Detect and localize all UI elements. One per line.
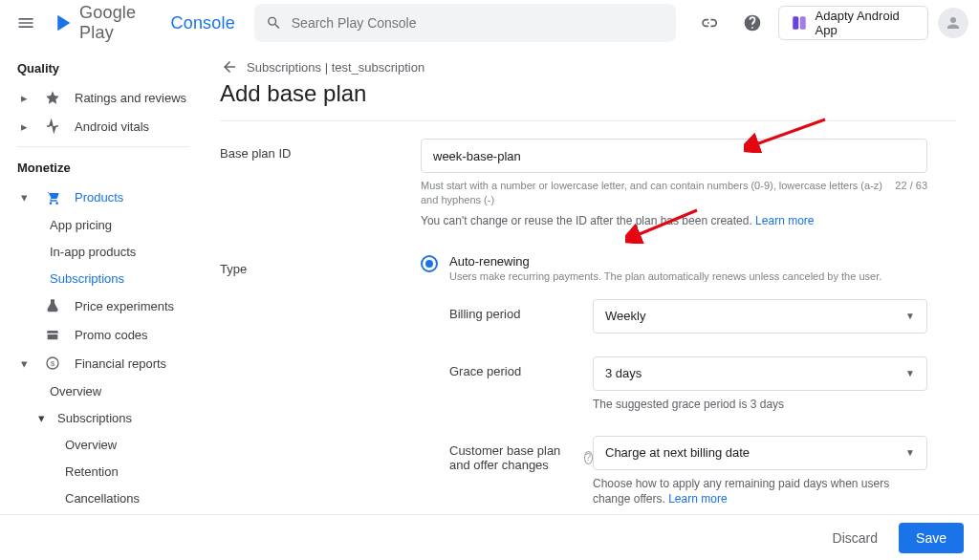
sidebar-sub2-retention[interactable]: Retention (6, 458, 201, 485)
sidebar-item-label: Promo codes (75, 328, 148, 342)
play-console-logo[interactable]: Google Play Console (54, 3, 235, 43)
breadcrumb-text: Subscriptions | test_subscription (247, 60, 424, 75)
type-label: Type (220, 254, 421, 276)
help-tooltip-icon[interactable]: ? (584, 451, 593, 464)
search-input[interactable] (292, 15, 664, 31)
sidebar-heading-monetize: Monetize (6, 153, 201, 183)
sidebar-item-ratings[interactable]: ▸ Ratings and reviews (6, 83, 201, 112)
discard-button[interactable]: Discard (819, 523, 891, 553)
grace-period-label: Grace period (449, 356, 593, 378)
billing-period-dropdown[interactable]: Weekly ▼ (593, 299, 927, 334)
sidebar-item-vitals[interactable]: ▸ Android vitals (6, 112, 201, 140)
sidebar-sub2-overview[interactable]: Overview (6, 431, 201, 458)
chevron-right-icon: ▸ (17, 91, 31, 105)
page-title: Add base plan (220, 80, 956, 107)
chevron-down-icon: ▼ (905, 311, 915, 321)
chevron-down-icon: ▾ (17, 356, 31, 371)
chevron-down-icon: ▾ (34, 411, 48, 425)
chevron-down-icon: ▼ (905, 447, 915, 458)
chevron-down-icon: ▾ (17, 190, 31, 205)
chevron-down-icon: ▼ (905, 368, 915, 378)
sidebar-item-label: Ratings and reviews (75, 91, 186, 105)
help-icon[interactable] (734, 4, 770, 42)
app-selector[interactable]: Adapty Android App (778, 6, 928, 40)
sidebar-item-label: Android vitals (75, 119, 149, 134)
base-plan-id-label: Base plan ID (220, 139, 421, 161)
grace-period-dropdown[interactable]: 3 days ▼ (593, 356, 927, 391)
base-plan-id-info: You can't change or reuse the ID after t… (421, 214, 752, 227)
svg-rect-0 (793, 16, 798, 30)
logo-text-google-play: Google Play (79, 3, 164, 43)
billing-period-value: Weekly (605, 309, 645, 323)
learn-more-link[interactable]: Learn more (755, 214, 814, 227)
svg-rect-1 (799, 16, 805, 30)
star-icon (44, 90, 61, 105)
sidebar-sub-subscriptions[interactable]: Subscriptions (6, 265, 201, 291)
sidebar-sub-fin-overview[interactable]: Overview (6, 377, 201, 404)
app-name-label: Adapty Android App (816, 9, 916, 37)
storefront-icon (44, 327, 61, 342)
save-button[interactable]: Save (899, 523, 964, 553)
base-plan-id-charcount: 22 / 63 (895, 179, 927, 208)
cart-icon (44, 189, 61, 205)
sidebar-item-label: Financial reports (75, 356, 166, 371)
base-plan-id-input[interactable] (421, 139, 927, 173)
chevron-right-icon: ▸ (17, 119, 31, 134)
sidebar-sub2-cancellations[interactable]: Cancellations (6, 485, 201, 511)
sidebar-item-financial[interactable]: ▾ $ Financial reports (6, 349, 201, 377)
breadcrumb: Subscriptions | test_subscription (220, 57, 956, 76)
type-option-label: Auto-renewing (449, 254, 881, 269)
billing-period-label: Billing period (449, 299, 593, 321)
sidebar-item-products[interactable]: ▾ Products (6, 183, 201, 211)
logo-text-console: Console (170, 13, 234, 33)
grace-period-hint: The suggested grace period is 3 days (593, 397, 927, 413)
search-box[interactable] (254, 4, 676, 42)
vitals-icon (44, 118, 61, 134)
sidebar-sub-app-pricing[interactable]: App pricing (6, 211, 201, 238)
base-plan-id-hint: Must start with a number or lowercase le… (421, 179, 883, 208)
back-arrow-icon[interactable] (220, 57, 239, 76)
offer-changes-hint: Choose how to apply any remaining paid d… (593, 477, 889, 506)
link-icon[interactable] (691, 4, 727, 42)
sidebar-sub-inapp[interactable]: In-app products (6, 238, 201, 265)
flask-icon (44, 298, 61, 313)
offer-changes-dropdown[interactable]: Charge at next billing date ▼ (593, 436, 927, 470)
sidebar-item-label: Price experiments (75, 299, 174, 313)
sidebar-sub-fin-subscriptions[interactable]: ▾ Subscriptions (6, 404, 201, 431)
radio-checked-icon (421, 255, 438, 272)
grace-period-value: 3 days (605, 366, 642, 380)
learn-more-link[interactable]: Learn more (668, 492, 727, 506)
offer-changes-value: Charge at next billing date (605, 445, 750, 460)
search-icon (266, 14, 282, 32)
content-area: Subscriptions | test_subscription Add ba… (208, 46, 979, 514)
sidebar: Quality ▸ Ratings and reviews ▸ Android … (0, 46, 208, 514)
svg-text:$: $ (51, 359, 54, 368)
hamburger-icon[interactable] (8, 4, 43, 42)
footer-actions: Discard Save (0, 514, 979, 560)
offer-changes-label: Customer base plan and offer changes (449, 443, 578, 472)
account-avatar[interactable] (936, 4, 971, 42)
sidebar-item-promo[interactable]: Promo codes (6, 320, 201, 349)
sidebar-item-label: Products (75, 190, 123, 205)
sidebar-heading-quality: Quality (6, 54, 201, 83)
type-radio-auto-renewing[interactable]: Auto-renewing Users make recurring payme… (421, 254, 927, 282)
sidebar-item-price-experiments[interactable]: Price experiments (6, 291, 201, 320)
type-option-desc: Users make recurring payments. The plan … (449, 270, 881, 282)
adapty-app-icon (791, 14, 808, 32)
money-icon: $ (44, 355, 61, 371)
